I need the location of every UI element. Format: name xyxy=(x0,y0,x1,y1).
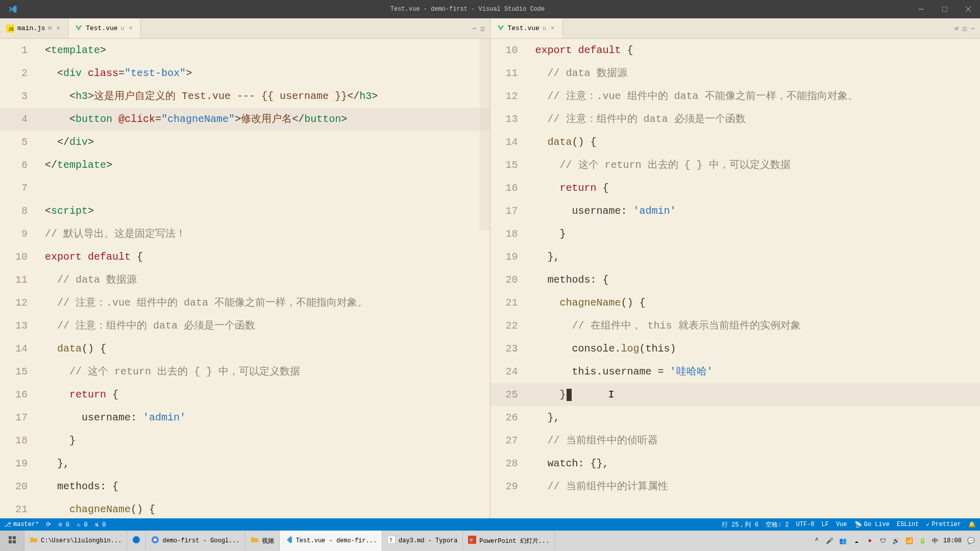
code-line[interactable]: 25 } I xyxy=(491,383,981,406)
code-line[interactable]: 24 this.username = '哇哈哈' xyxy=(491,360,981,383)
tab-overflow-icon[interactable]: ⋯ xyxy=(473,24,477,33)
action-center-icon[interactable]: 💬 xyxy=(967,537,975,545)
code-line[interactable]: 3 <h3>这是用户自定义的 Test.vue --- {{ username … xyxy=(0,85,490,108)
close-icon[interactable]: × xyxy=(127,25,134,32)
close-icon[interactable]: × xyxy=(55,25,62,32)
ppt-icon: P xyxy=(468,536,476,546)
code-line[interactable]: 6</template> xyxy=(0,154,490,177)
code-line[interactable]: 20 methods: { xyxy=(0,475,490,498)
line-number: 19 xyxy=(491,245,531,268)
close-icon[interactable]: × xyxy=(549,25,556,32)
code-line[interactable]: 21 chagneName() { xyxy=(0,498,490,518)
code-line[interactable]: 14 data() { xyxy=(491,131,981,154)
tray-mic-icon[interactable]: 🎤 xyxy=(826,537,834,545)
indent-setting[interactable]: 空格: 2 xyxy=(766,520,789,529)
sync-button[interactable]: ⟳ xyxy=(46,521,51,529)
warnings-count[interactable]: ⚠ 0 xyxy=(77,521,88,529)
go-live-button[interactable]: 📡 Go Live xyxy=(854,520,890,529)
code-line[interactable]: 18 } xyxy=(0,429,490,452)
code-line[interactable]: 10export default { xyxy=(0,245,490,268)
taskbar-item-4[interactable]: 视频 xyxy=(246,531,280,551)
code-line[interactable]: 11 // data 数据源 xyxy=(0,268,490,291)
code-line[interactable]: 19 }, xyxy=(0,452,490,475)
port-forward[interactable]: ⇅ 0 xyxy=(95,521,106,529)
split-editor-icon[interactable]: ◫ xyxy=(481,24,485,33)
tab-right-0[interactable]: Test.vueU× xyxy=(491,18,563,38)
taskbar-label: demo-first - Googl... xyxy=(162,537,239,544)
code-line[interactable]: 15 // 这个 return 出去的 { } 中，可以定义数据 xyxy=(0,360,490,383)
code-line[interactable]: 1<template> xyxy=(0,39,490,62)
code-line[interactable]: 2 <div class="test-box"> xyxy=(0,62,490,85)
code-line[interactable]: 17 username: 'admin' xyxy=(491,199,981,222)
line-number: 18 xyxy=(0,429,41,452)
code-line[interactable]: 7 xyxy=(0,177,490,199)
code-line[interactable]: 10export default { xyxy=(491,39,981,62)
code-line[interactable]: 16 return { xyxy=(491,177,981,199)
code-line[interactable]: 12 // 注意：.vue 组件中的 data 不能像之前一样，不能指向对象。 xyxy=(0,291,490,314)
taskbar-item-6[interactable]: Tday3.md - Typora xyxy=(382,531,463,551)
tray-volume-icon[interactable]: 🔊 xyxy=(892,537,900,545)
code-line[interactable]: 19 }, xyxy=(491,245,981,268)
compare-changes-icon[interactable]: ⇄ xyxy=(955,24,959,33)
taskbar-label: 视频 xyxy=(262,537,274,545)
code-line[interactable]: 8<script> xyxy=(0,199,490,222)
tray-wifi-icon[interactable]: 📶 xyxy=(905,537,914,545)
code-line[interactable]: 5 </div> xyxy=(0,131,490,154)
minimize-button[interactable] xyxy=(910,0,933,18)
code-line[interactable]: 14 data() { xyxy=(0,337,490,360)
code-line[interactable]: 18 } xyxy=(491,222,981,245)
vscode-logo-icon xyxy=(0,4,26,14)
tab-left-0[interactable]: JSmain.jsM× xyxy=(0,18,68,38)
tray-people-icon[interactable]: 👥 xyxy=(839,537,847,545)
taskbar-item-1[interactable]: C:\Users\liulongbin... xyxy=(24,531,127,551)
code-line[interactable]: 16 return { xyxy=(0,383,490,406)
code-line[interactable]: 20 methods: { xyxy=(491,268,981,291)
split-editor-icon[interactable]: ◫ xyxy=(963,24,967,33)
taskbar-item-5[interactable]: Test.vue - demo-fir... xyxy=(280,531,382,551)
code-line[interactable]: 13 // 注意：组件中的 data 必须是一个函数 xyxy=(0,314,490,337)
more-actions-icon[interactable]: ⋯ xyxy=(971,24,975,33)
code-line[interactable]: 22 // 在组件中， this 就表示当前组件的实例对象 xyxy=(491,314,981,337)
code-line[interactable]: 28 watch: {}, xyxy=(491,452,981,475)
code-line[interactable]: 23 console.log(this) xyxy=(491,337,981,360)
code-line[interactable]: 29 // 当前组件中的计算属性 xyxy=(491,475,981,498)
eol[interactable]: LF xyxy=(822,520,829,529)
editor-pane-right[interactable]: 10export default {11 // data 数据源12 // 注意… xyxy=(490,39,981,518)
git-branch[interactable]: ⎇ master* xyxy=(4,521,39,529)
code-line[interactable]: 17 username: 'admin' xyxy=(0,406,490,429)
notifications-icon[interactable]: 🔔 xyxy=(968,520,976,529)
taskbar-item-7[interactable]: PPowerPoint 幻灯片... xyxy=(463,531,555,551)
maximize-button[interactable] xyxy=(933,0,957,18)
code-line[interactable]: 12 // 注意：.vue 组件中的 data 不能像之前一样，不能指向对象。 xyxy=(491,85,981,108)
taskbar-item-2[interactable] xyxy=(127,531,146,551)
tab-left-1[interactable]: Test.vueU× xyxy=(68,18,141,38)
svg-rect-1 xyxy=(942,7,947,12)
tray-onedrive-icon[interactable]: ☁ xyxy=(852,537,861,545)
close-button[interactable] xyxy=(957,0,980,18)
code-line[interactable]: 4 <button @click="chagneName">修改用户名</but… xyxy=(0,108,490,131)
encoding[interactable]: UTF-8 xyxy=(796,520,814,529)
errors-count[interactable]: ⊘ 0 xyxy=(58,521,69,529)
prettier-status[interactable]: ✓ Prettier xyxy=(926,520,961,529)
code-line[interactable]: 9// 默认导出。这是固定写法！ xyxy=(0,222,490,245)
code-line[interactable]: 13 // 注意：组件中的 data 必须是一个函数 xyxy=(491,108,981,131)
editor-pane-left[interactable]: 1<template>2 <div class="test-box">3 <h3… xyxy=(0,39,490,518)
tray-security-icon[interactable]: 🛡 xyxy=(879,537,887,545)
code-line[interactable]: 27 // 当前组件中的侦听器 xyxy=(491,429,981,452)
tray-chevron-icon[interactable]: ^ xyxy=(813,537,821,545)
eslint-status[interactable]: ESLint xyxy=(897,520,919,529)
code-line[interactable]: 21 chagneName() { xyxy=(491,291,981,314)
tray-battery-icon[interactable]: 🔋 xyxy=(919,537,927,545)
ime-indicator[interactable]: 中 xyxy=(932,537,938,545)
code-line[interactable]: 26 }, xyxy=(491,406,981,429)
taskbar-item-3[interactable]: demo-first - Googl... xyxy=(146,531,245,551)
code-line[interactable]: 15 // 这个 return 出去的 { } 中，可以定义数据 xyxy=(491,154,981,177)
line-number: 25 xyxy=(491,383,531,406)
tray-indicator-icon[interactable]: ● xyxy=(866,537,874,545)
language-mode[interactable]: Vue xyxy=(836,520,847,529)
code-line[interactable]: 11 // data 数据源 xyxy=(491,62,981,85)
clock[interactable]: 18:08 xyxy=(943,537,962,544)
minimap[interactable] xyxy=(480,39,490,518)
cursor-position[interactable]: 行 25，列 6 xyxy=(722,520,758,529)
start-button[interactable] xyxy=(0,531,24,551)
